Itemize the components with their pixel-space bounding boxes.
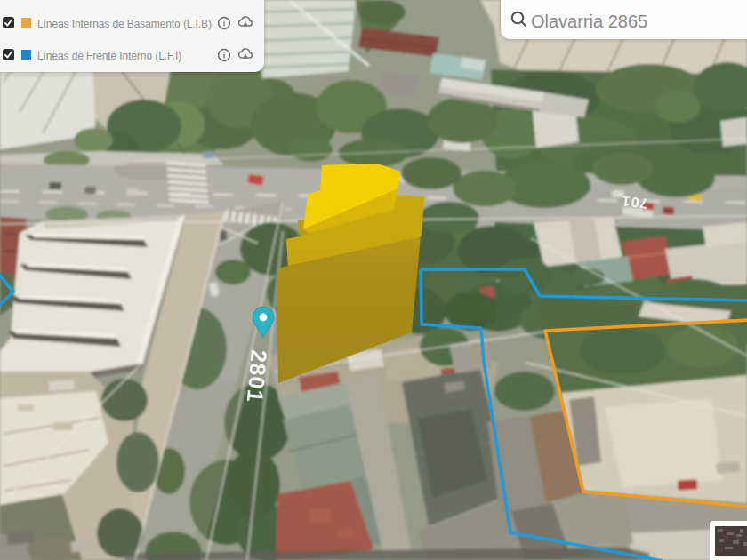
svg-text:701: 701	[621, 193, 649, 211]
svg-text:2801: 2801	[243, 349, 272, 404]
